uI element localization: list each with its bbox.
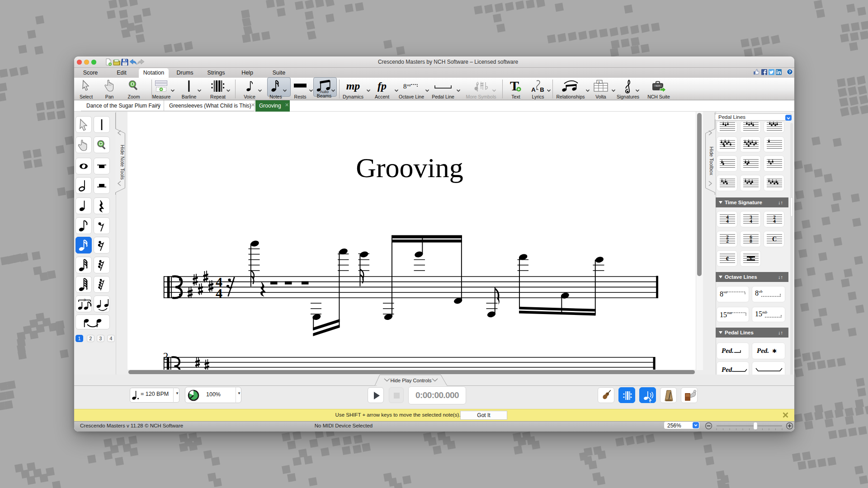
- svg-text:X: X: [749, 256, 753, 262]
- svg-text:↓↑: ↓↑: [778, 200, 783, 205]
- svg-text:Hide Play Controls: Hide Play Controls: [390, 378, 432, 383]
- svg-text:8: 8: [720, 290, 723, 298]
- svg-text:3: 3: [83, 298, 86, 302]
- svg-text:va: va: [723, 290, 727, 294]
- svg-text:↓↑: ↓↑: [778, 330, 783, 335]
- svg-text:Ped.: Ped.: [757, 347, 769, 354]
- svg-text:2: 2: [726, 238, 729, 244]
- svg-text:va: va: [407, 83, 411, 87]
- svg-text:4: 4: [773, 218, 776, 224]
- svg-text:-: -: [537, 86, 539, 92]
- svg-text:Hide Note Tools: Hide Note Tools: [120, 145, 125, 180]
- svg-text:Hide Toolbox: Hide Toolbox: [709, 146, 714, 175]
- svg-text:8: 8: [755, 289, 759, 297]
- svg-text:Octave Lines: Octave Lines: [725, 274, 757, 280]
- svg-text:C: C: [772, 236, 777, 243]
- svg-text:Time Signature: Time Signature: [725, 200, 762, 205]
- svg-text:15: 15: [755, 310, 762, 318]
- svg-text:4: 4: [726, 218, 729, 224]
- svg-text:fp: fp: [377, 81, 387, 92]
- svg-text:4: 4: [750, 218, 752, 224]
- svg-text:↓↑: ↓↑: [778, 274, 783, 280]
- svg-text:Pedal Lines: Pedal Lines: [725, 330, 754, 335]
- svg-text:Ped.: Ped.: [722, 366, 734, 373]
- svg-text:8: 8: [403, 83, 407, 90]
- svg-text:4: 4: [216, 286, 222, 300]
- svg-text:B: B: [540, 86, 544, 93]
- svg-text:A: A: [531, 86, 536, 93]
- svg-text:Ped.: Ped.: [722, 347, 734, 354]
- svg-text:¢: ¢: [726, 255, 729, 262]
- svg-text:15: 15: [720, 311, 727, 319]
- svg-text:mb: mb: [762, 310, 767, 314]
- svg-text:x.: x.: [598, 80, 600, 84]
- svg-text:mp: mp: [346, 81, 360, 92]
- svg-text:8: 8: [750, 238, 752, 244]
- svg-text:✱: ✱: [772, 348, 777, 354]
- svg-text:NCH: NCH: [656, 85, 660, 87]
- svg-text:?: ?: [788, 69, 791, 74]
- svg-text:vb: vb: [759, 289, 763, 294]
